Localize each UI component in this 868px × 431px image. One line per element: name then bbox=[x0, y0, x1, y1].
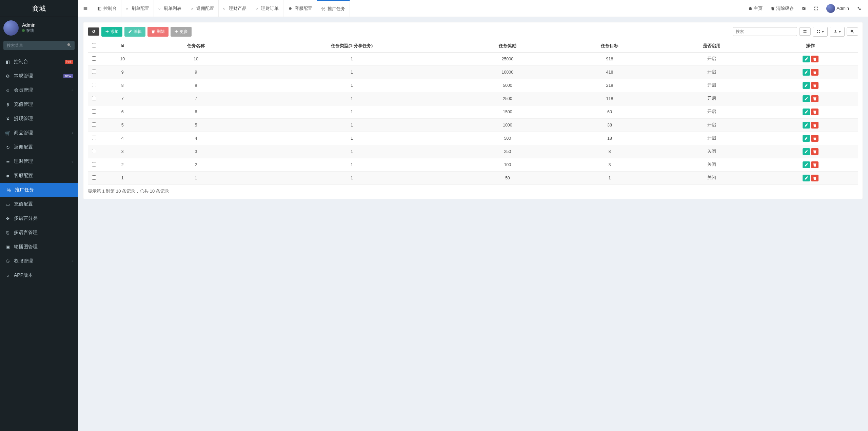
sidebar-item-9[interactable]: %推广任务 bbox=[0, 183, 78, 197]
row-checkbox[interactable] bbox=[92, 122, 96, 127]
row-delete-button[interactable] bbox=[811, 135, 818, 142]
tab-3[interactable]: 返佣配置 bbox=[186, 0, 219, 17]
sidebar-item-8[interactable]: ☻客服配置 bbox=[0, 169, 78, 183]
row-edit-button[interactable] bbox=[803, 135, 810, 142]
row-delete-button[interactable] bbox=[811, 109, 818, 115]
cell-id: 4 bbox=[100, 132, 145, 145]
home-button[interactable]: 主页 bbox=[745, 0, 766, 17]
cell-reward: 10000 bbox=[456, 65, 558, 79]
row-edit-button[interactable] bbox=[803, 56, 810, 62]
sidebar-item-11[interactable]: ❖多语言分类 bbox=[0, 211, 78, 226]
sidebar-item-4[interactable]: ¥提现管理 bbox=[0, 112, 78, 126]
col-header-2[interactable]: 任务名称 bbox=[145, 40, 247, 52]
user-menu[interactable]: Admin bbox=[823, 0, 852, 17]
row-checkbox[interactable] bbox=[92, 149, 96, 153]
row-checkbox[interactable] bbox=[92, 56, 96, 61]
sidebar-item-label: APP版本 bbox=[14, 272, 33, 278]
table-row: 3312508关闭 bbox=[88, 145, 858, 158]
more-label: 更多 bbox=[180, 29, 188, 35]
tab-7[interactable]: %推广任务 bbox=[317, 0, 350, 17]
tab-5[interactable]: 理财订单 bbox=[251, 0, 284, 17]
row-edit-button[interactable] bbox=[803, 122, 810, 129]
sidebar-item-label: 充值配置 bbox=[14, 201, 33, 207]
row-edit-button[interactable] bbox=[803, 148, 810, 155]
sidebar-item-7[interactable]: ≣理财管理‹ bbox=[0, 154, 78, 169]
col-header-5[interactable]: 任务目标 bbox=[558, 40, 660, 52]
col-header-0[interactable] bbox=[88, 40, 100, 52]
row-delete-button[interactable] bbox=[811, 82, 818, 89]
pencil-icon bbox=[804, 70, 808, 74]
select-all-checkbox[interactable] bbox=[92, 43, 96, 47]
row-checkbox[interactable] bbox=[92, 83, 96, 87]
col-header-7[interactable]: 操作 bbox=[763, 40, 858, 52]
toggle-sidebar-button[interactable] bbox=[78, 0, 93, 17]
refresh-button[interactable] bbox=[88, 27, 99, 36]
row-checkbox[interactable] bbox=[92, 96, 96, 100]
tab-6[interactable]: ☻客服配置 bbox=[283, 0, 317, 17]
row-edit-button[interactable] bbox=[803, 95, 810, 102]
col-header-4[interactable]: 任务奖励 bbox=[456, 40, 558, 52]
cell-type: 1 bbox=[247, 171, 457, 184]
search-input[interactable] bbox=[733, 27, 797, 36]
badge: new bbox=[63, 74, 73, 78]
tab-1[interactable]: 刷单配置 bbox=[121, 0, 154, 17]
delete-button[interactable]: 删除 bbox=[147, 27, 169, 37]
sidebar-search[interactable] bbox=[3, 41, 75, 50]
col-header-3[interactable]: 任务类型(1:分享任务) bbox=[247, 40, 457, 52]
sidebar-item-0[interactable]: ◧控制台hot bbox=[0, 55, 78, 69]
sidebar-item-1[interactable]: ⚙常规管理new bbox=[0, 69, 78, 83]
sidebar-item-3[interactable]: ฿充值管理 bbox=[0, 97, 78, 112]
row-edit-button[interactable] bbox=[803, 82, 810, 89]
sidebar-item-2[interactable]: ☺会员管理‹ bbox=[0, 83, 78, 97]
cell-type: 1 bbox=[247, 105, 457, 118]
sidebar-item-12[interactable]: ⎘多语言管理 bbox=[0, 226, 78, 240]
sidebar-item-5[interactable]: 🛒商品管理‹ bbox=[0, 126, 78, 140]
export-button[interactable]: ▾ bbox=[830, 27, 845, 37]
settings-button[interactable] bbox=[854, 0, 865, 17]
cell-target: 3 bbox=[558, 158, 660, 171]
row-delete-button[interactable] bbox=[811, 122, 818, 129]
clear-cache-button[interactable]: 清除缓存 bbox=[767, 0, 797, 17]
row-edit-button[interactable] bbox=[803, 161, 810, 168]
sidebar-item-13[interactable]: ▣轮播图管理 bbox=[0, 240, 78, 254]
tab-2[interactable]: 刷单列表 bbox=[154, 0, 186, 17]
row-delete-button[interactable] bbox=[811, 69, 818, 76]
search-button[interactable] bbox=[847, 27, 858, 36]
add-button[interactable]: 添加 bbox=[101, 27, 122, 37]
tab-0[interactable]: ◧控制台 bbox=[93, 0, 121, 17]
sidebar-item-10[interactable]: ▭充值配置 bbox=[0, 197, 78, 211]
row-checkbox[interactable] bbox=[92, 136, 96, 140]
row-delete-button[interactable] bbox=[811, 95, 818, 102]
sidebar-item-15[interactable]: ○APP版本 bbox=[0, 268, 78, 282]
language-button[interactable] bbox=[798, 0, 809, 17]
row-checkbox[interactable] bbox=[92, 70, 96, 74]
cell-reward: 5000 bbox=[456, 79, 558, 92]
row-delete-button[interactable] bbox=[811, 56, 818, 62]
trash-icon bbox=[151, 30, 155, 34]
row-delete-button[interactable] bbox=[811, 148, 818, 155]
share-icon: % bbox=[6, 188, 12, 193]
col-header-1[interactable]: Id bbox=[100, 40, 145, 52]
sidebar-search-input[interactable] bbox=[3, 41, 64, 50]
row-checkbox[interactable] bbox=[92, 109, 96, 114]
cell-name: 6 bbox=[145, 105, 247, 118]
sidebar-item-6[interactable]: ↻返佣配置 bbox=[0, 140, 78, 154]
fullscreen-button[interactable] bbox=[811, 0, 822, 17]
row-delete-button[interactable] bbox=[811, 161, 818, 168]
row-delete-button[interactable] bbox=[811, 175, 818, 181]
tab-4[interactable]: 理财产品 bbox=[219, 0, 251, 17]
edit-button[interactable]: 编辑 bbox=[124, 27, 145, 37]
plus-icon bbox=[174, 30, 178, 34]
row-edit-button[interactable] bbox=[803, 109, 810, 115]
row-checkbox[interactable] bbox=[92, 175, 96, 180]
columns-button[interactable]: ▾ bbox=[813, 27, 828, 37]
row-edit-button[interactable] bbox=[803, 175, 810, 181]
more-button[interactable]: 更多 bbox=[171, 27, 192, 37]
sidebar-search-button[interactable] bbox=[64, 41, 75, 50]
toggle-view-button[interactable] bbox=[799, 27, 811, 36]
pencil-icon bbox=[804, 57, 808, 61]
row-edit-button[interactable] bbox=[803, 69, 810, 76]
col-header-6[interactable]: 是否启用 bbox=[661, 40, 763, 52]
sidebar-item-14[interactable]: ⚇权限管理‹ bbox=[0, 254, 78, 268]
row-checkbox[interactable] bbox=[92, 162, 96, 166]
